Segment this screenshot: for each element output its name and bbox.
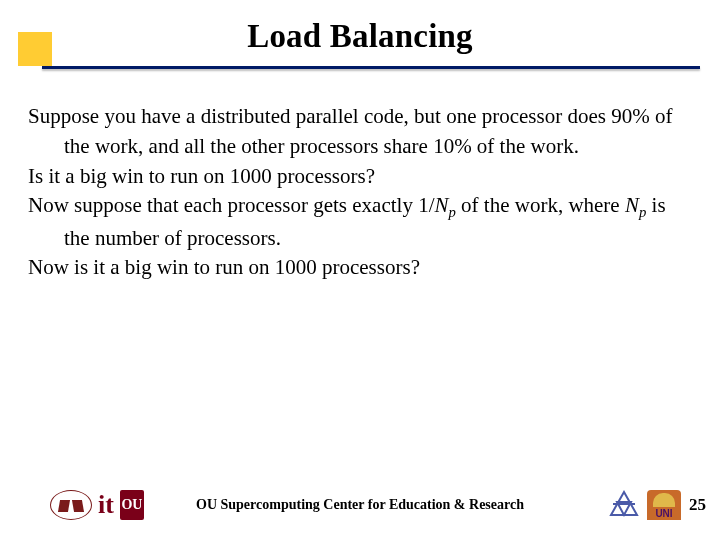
paragraph-4: Now is it a big win to run on 1000 proce… [28,253,692,283]
ou-logo-icon: OU [120,490,144,520]
p2-text: Is it a big win to run on 1000 processor… [28,164,375,188]
title-underline [42,66,700,69]
p3-var-N2: N [625,193,639,217]
slide-footer: it OU OU Supercomputing Center for Educa… [0,480,720,530]
paragraph-2: Is it a big win to run on 1000 processor… [28,162,692,192]
conestoga-wagon-logo-icon [50,490,92,520]
paragraph-3: Now suppose that each processor gets exa… [28,191,692,253]
title-area: Load Balancing [0,0,720,88]
p3-part-a: Now suppose that each processor gets exa… [28,193,434,217]
p1-text: Suppose you have a distributed parallel … [28,104,672,158]
footer-left-logos: it OU [50,490,144,520]
p4-text: Now is it a big win to run on 1000 proce… [28,255,420,279]
uni-logo-icon: UNI [647,490,681,520]
slide-body: Suppose you have a distributed parallel … [0,88,720,283]
oscer-triangle-logo-icon [609,490,639,520]
it-logo-icon: it [98,492,114,518]
uni-logo-text: UNI [655,508,672,519]
p3-var-N1: N [434,193,448,217]
footer-right-logos: UNI 25 [609,490,706,520]
page-number: 25 [689,495,706,515]
p3-sub-p1: p [448,205,455,221]
paragraph-1: Suppose you have a distributed parallel … [28,102,692,162]
p3-part-d: of the work, where [456,193,625,217]
slide-title: Load Balancing [0,18,720,55]
title-accent-square [18,32,52,66]
